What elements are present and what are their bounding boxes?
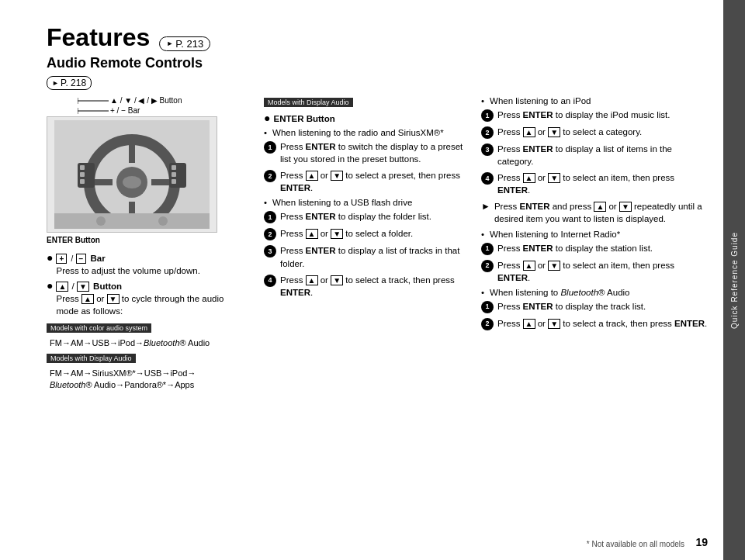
diagram-area: ▲ / ▼ / ◀ / ▶ Button + / − Bar	[47, 96, 248, 244]
svg-rect-13	[80, 165, 85, 170]
usb-step-num-3: 3	[264, 245, 276, 258]
internet-step-1-text: Press ENTER to display the station list.	[497, 242, 653, 254]
usb-steps: 1 Press ENTER to display the folder list…	[264, 210, 466, 298]
footer-note: * Not available on all models	[587, 540, 684, 548]
usb-step-4-text: Press ▲ or ▼ to select a track, then pre…	[280, 274, 466, 299]
svg-rect-20	[54, 213, 210, 229]
ipod-arrow-step: ► Press ENTER and press ▲ or ▼ repeatedl…	[481, 200, 708, 225]
bluetooth-num-2: 2	[481, 318, 494, 330]
svg-point-11	[123, 176, 141, 188]
content-grid: ▲ / ▼ / ◀ / ▶ Button + / − Bar	[47, 96, 708, 394]
page-ref: ► P. 213	[159, 36, 210, 51]
usb-step-4: 4 Press ▲ or ▼ to select a track, then p…	[264, 274, 466, 299]
ipod-step-4-text: Press ▲ or ▼ to select an item, then pre…	[497, 171, 708, 196]
ipod-step-3: 3 Press ENTER to display a list of items…	[481, 143, 708, 168]
usb-step-num-4: 4	[264, 275, 276, 287]
step-num-1: 1	[264, 141, 276, 154]
bullet-button-content: ▲ / ▼ Button Press ▲ or ▼ to cycle throu…	[56, 280, 248, 317]
bluetooth-step-1: 1 Press ENTER to display the track list.	[481, 300, 708, 313]
ipod-step-3-text: Press ENTER to display a list of items i…	[497, 143, 708, 168]
bracket-line2	[78, 108, 109, 114]
svg-rect-17	[172, 165, 176, 170]
bluetooth-step-2: 2 Press ▲ or ▼ to select a track, then p…	[481, 317, 708, 330]
svg-point-21	[96, 216, 106, 226]
ipod-step-4: 4 Press ▲ or ▼ to select an item, then p…	[481, 171, 708, 196]
ipod-num-1: 1	[481, 109, 494, 122]
internet-radio-bullet: • When listening to Internet Radio*	[481, 230, 708, 239]
svg-rect-18	[172, 172, 176, 177]
internet-num-2: 2	[481, 260, 494, 272]
usb-step-2: 2 Press ▲ or ▼ to select a folder.	[264, 227, 466, 240]
right-sidebar: Quick Reference Guide	[723, 0, 745, 560]
ipod-step-1-text: Press ENTER to display the iPod music li…	[497, 109, 670, 121]
button-label: ▲ / ▼ / ◀ / ▶ Button	[78, 96, 182, 105]
usb-step-3: 3 Press ENTER to display a list of track…	[264, 244, 466, 269]
sub-ref: ► P. 218	[47, 76, 92, 90]
step-num-2: 2	[264, 170, 276, 182]
arrow-icon: ►	[166, 40, 173, 47]
ipod-step-2: 2 Press ▲ or ▼ to select a category.	[481, 126, 708, 139]
left-column: ▲ / ▼ / ◀ / ▶ Button + / − Bar	[47, 96, 248, 394]
internet-steps: 1 Press ENTER to display the station lis…	[481, 242, 708, 284]
steering-wheel-svg	[54, 120, 210, 229]
ipod-num-3: 3	[481, 143, 494, 156]
bluetooth-bullet: • When listening to Bluetooth® Audio	[481, 288, 708, 297]
usb-step-1-text: Press ENTER to display the folder list.	[280, 210, 431, 223]
bullet-item-bar: ● + / − Bar Press to adjust the volume u…	[47, 252, 248, 277]
ipod-num-4: 4	[481, 172, 494, 185]
bullet-dot: ●	[47, 252, 53, 263]
sidebar-label: Quick Reference Guide	[730, 232, 739, 329]
radio-steps: 1 Press ENTER to switch the display to a…	[264, 140, 466, 194]
right-column: • When listening to an iPod 1 Press ENTE…	[481, 96, 708, 394]
ipod-bullet: • When listening to an iPod	[481, 96, 708, 105]
internet-step-2-text: Press ▲ or ▼ to select an item, then pre…	[497, 259, 708, 284]
internet-num-1: 1	[481, 243, 494, 255]
usb-step-2-text: Press ▲ or ▼ to select a folder.	[280, 227, 413, 240]
page-title: Features	[47, 23, 150, 52]
bullet-bar-content: + / − Bar Press to adjust the volume up/…	[56, 252, 248, 277]
usb-bullet: • When listening to a USB flash drive	[264, 198, 466, 207]
usb-step-num-2: 2	[264, 228, 276, 240]
ipod-steps: 1 Press ENTER to display the iPod music …	[481, 109, 708, 226]
radio-step-1: 1 Press ENTER to switch the display to a…	[264, 140, 466, 165]
bar-label: + / − Bar	[78, 106, 140, 115]
usb-step-3-text: Press ENTER to display a list of tracks …	[280, 244, 466, 269]
bullet-dot-2: ●	[47, 280, 53, 291]
radio-step-1-text: Press ENTER to switch the display to a p…	[280, 140, 466, 165]
bluetooth-num-1: 1	[481, 301, 494, 313]
ipod-step-1: 1 Press ENTER to display the iPod music …	[481, 109, 708, 122]
color-audio-tag: Models with color audio system	[47, 322, 248, 335]
middle-column: Models with Display Audio ● ENTER Button…	[264, 96, 466, 394]
radio-bullet: • When listening to the radio and Sirius…	[264, 128, 466, 137]
enter-button-text: ENTER Button	[273, 112, 334, 125]
radio-step-2-text: Press ▲ or ▼ to select a preset, then pr…	[280, 169, 466, 194]
page-number: 19	[695, 536, 708, 548]
display-audio-flow: FM→AM→SiriusXM®*→USB→iPod→ Bluetooth® Au…	[50, 368, 248, 392]
bluetooth-step-2-text: Press ▲ or ▼ to select a track, then pre…	[497, 317, 707, 330]
bluetooth-step-1-text: Press ENTER to display the track list.	[497, 300, 646, 313]
radio-step-2: 2 Press ▲ or ▼ to select a preset, then …	[264, 169, 466, 194]
bracket-line	[78, 98, 109, 104]
ipod-step-2-text: Press ▲ or ▼ to select a category.	[497, 126, 642, 138]
svg-rect-19	[172, 179, 176, 184]
page-title-area: Features ► P. 213	[47, 23, 708, 52]
enter-button-label: ENTER Button	[47, 236, 225, 244]
internet-step-1: 1 Press ENTER to display the station lis…	[481, 242, 708, 255]
section-title: Audio Remote Controls	[47, 55, 708, 71]
color-audio-flow: FM→AM→USB→iPod→Bluetooth® Audio	[50, 337, 248, 349]
enter-button-bullet: ● ENTER Button	[264, 112, 466, 125]
svg-point-22	[158, 216, 168, 226]
ipod-arrow-text: Press ENTER and press ▲ or ▼ repeatedly …	[494, 200, 708, 225]
usb-step-num-1: 1	[264, 211, 276, 223]
bullet-section: ● + / − Bar Press to adjust the volume u…	[47, 252, 248, 317]
main-content: Features ► P. 213 Audio Remote Controls …	[0, 0, 723, 560]
display-audio-tag-left: Models with Display Audio	[47, 352, 248, 365]
bullet-item-button: ● ▲ / ▼ Button Press ▲ or ▼ to cycle thr…	[47, 280, 248, 317]
display-audio-section-tag: Models with Display Audio	[264, 96, 466, 109]
steering-wheel-diagram	[47, 116, 217, 233]
svg-rect-14	[80, 172, 85, 177]
bluetooth-steps: 1 Press ENTER to display the track list.…	[481, 300, 708, 330]
svg-rect-15	[80, 179, 85, 184]
usb-step-1: 1 Press ENTER to display the folder list…	[264, 210, 466, 223]
internet-step-2: 2 Press ▲ or ▼ to select an item, then p…	[481, 259, 708, 284]
